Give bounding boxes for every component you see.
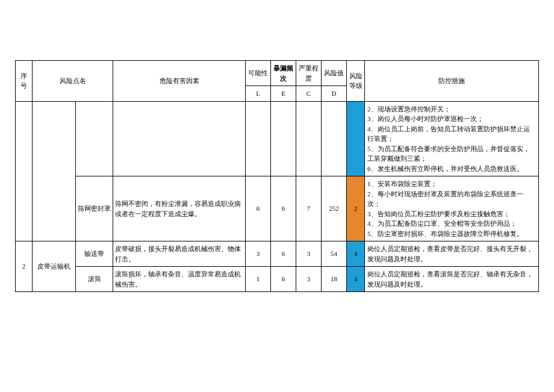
cell-L: 1	[246, 267, 271, 292]
hdr-L: L	[246, 86, 271, 102]
hdr-factor: 危险有害因素	[113, 61, 246, 102]
cell-D: 18	[322, 267, 347, 292]
hdr-D: D	[322, 86, 347, 102]
cell-E: 6	[271, 267, 296, 292]
cell-E	[271, 101, 296, 176]
cell-factor: 筛网不密闭，有粉尘泄漏，容易造成职业病或者在一定程度下造成尘爆。	[113, 176, 246, 241]
cell-seq	[16, 101, 33, 241]
cell-factor: 皮带破损，接头开裂易造成机械伤害、物体打击。	[113, 241, 246, 267]
cell-measure: 1、安装布袋除尘装置；2、每小时对现场密封罩及装置的布袋除尘系统巡查一次；3、告…	[365, 176, 539, 241]
cell-L	[246, 101, 271, 176]
cell-sub: 输送带	[76, 241, 113, 267]
cell-level: 4	[347, 241, 365, 267]
cell-riskpoint: 皮带运输机	[33, 241, 76, 292]
hdr-exposure: 暴漏频次	[271, 61, 296, 86]
cell-level: 4	[347, 267, 365, 292]
cell-sub: 筛网密封罩	[76, 176, 113, 241]
cell-L: 3	[246, 241, 271, 267]
hdr-measure: 防控措施	[365, 61, 539, 102]
cell-riskpoint	[33, 101, 76, 241]
hdr-seq: 序号	[16, 61, 33, 102]
risk-table: 序号 风险点名 危险有害因素 可能性 暴漏频次 严重程度 风险值 风险等级 防控…	[15, 60, 539, 292]
hdr-riskvalue: 风险值	[322, 61, 347, 86]
cell-D: 252	[322, 176, 347, 241]
table-body: 2、现场设置急停控制开关；3、岗位人员每小时对防护罩巡检一次；4、岗位员工上岗前…	[16, 101, 539, 292]
cell-level	[347, 101, 365, 176]
table-row: 滚筒 滚筒损坏，轴承有杂音、温度异常易造成机械伤害。 1 6 3 18 4 岗位…	[16, 267, 539, 292]
cell-C: 3	[296, 241, 322, 267]
cell-sub	[76, 101, 113, 176]
table-header: 序号 风险点名 危险有害因素 可能性 暴漏频次 严重程度 风险值 风险等级 防控…	[16, 61, 539, 102]
table-row: 筛网密封罩 筛网不密闭，有粉尘泄漏，容易造成职业病或者在一定程度下造成尘爆。 6…	[16, 176, 539, 241]
table-row: 2 皮带运输机 输送带 皮带破损，接头开裂易造成机械伤害、物体打击。 3 6 3…	[16, 241, 539, 267]
hdr-risklevel: 风险等级	[347, 61, 365, 102]
hdr-possibility: 可能性	[246, 61, 271, 86]
hdr-C: C	[296, 86, 322, 102]
cell-factor: 滚筒损坏，轴承有杂音、温度异常易造成机械伤害。	[113, 267, 246, 292]
hdr-riskpoint: 风险点名	[33, 61, 113, 102]
cell-seq: 2	[16, 241, 33, 292]
cell-D: 54	[322, 241, 347, 267]
cell-C	[296, 101, 322, 176]
table-row: 2、现场设置急停控制开关；3、岗位人员每小时对防护罩巡检一次；4、岗位员工上岗前…	[16, 101, 539, 176]
cell-measure: 2、现场设置急停控制开关；3、岗位人员每小时对防护罩巡检一次；4、岗位员工上岗前…	[365, 101, 539, 176]
cell-factor	[113, 101, 246, 176]
cell-measure: 岗位人员定期巡检，查看滚筒是否完好、轴承有无杂音，发现问题及时处理。	[365, 267, 539, 292]
cell-L: 6	[246, 176, 271, 241]
hdr-severity: 严重程度	[296, 61, 322, 86]
cell-level: 2	[347, 176, 365, 241]
cell-E: 6	[271, 241, 296, 267]
cell-D	[322, 101, 347, 176]
hdr-E: E	[271, 86, 296, 102]
cell-sub: 滚筒	[76, 267, 113, 292]
cell-E: 6	[271, 176, 296, 241]
cell-C: 7	[296, 176, 322, 241]
cell-measure: 岗位人员定期巡检，查看皮带是否完好、接头有无开裂，发现问题及时处理。	[365, 241, 539, 267]
cell-C: 3	[296, 267, 322, 292]
